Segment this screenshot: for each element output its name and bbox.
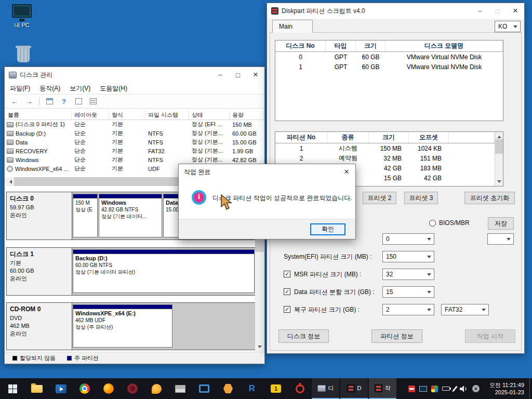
- forward-icon[interactable]: [24, 97, 34, 106]
- help-icon[interactable]: [59, 97, 69, 106]
- taskbar-window-task-complete[interactable]: 작: [369, 378, 396, 399]
- eject-tray-icon[interactable]: [472, 385, 480, 392]
- target-disk-select[interactable]: 0: [382, 233, 434, 245]
- save-button[interactable]: 저장: [488, 217, 514, 230]
- msr-checkbox[interactable]: [284, 271, 290, 277]
- dialog-titlebar[interactable]: 작업 완료: [179, 164, 355, 180]
- taskbar-honeyview[interactable]: [216, 378, 240, 399]
- language-select[interactable]: KO: [495, 21, 521, 32]
- dialog-body: i 디스크 파티션 작업이 성공적으로 완료되었습니다.: [179, 180, 355, 220]
- colors-tray-icon[interactable]: [431, 385, 438, 392]
- recovery-size-select[interactable]: 2: [382, 304, 434, 315]
- ok-button[interactable]: 확인: [310, 223, 345, 235]
- scroll-up-icon[interactable]: [495, 132, 503, 139]
- taskbar-package-app[interactable]: [168, 378, 192, 399]
- radio-bios-mbr[interactable]: BIOS/MBR: [429, 218, 470, 228]
- preset-2-button[interactable]: 프리셋 2: [363, 192, 396, 204]
- list-view-icon[interactable]: [90, 98, 97, 104]
- desktop-icon-my-pc[interactable]: 내 PC: [7, 4, 36, 29]
- disk-label[interactable]: 디스크 0 59.97 GB 온라인: [7, 192, 72, 240]
- efi-size-select[interactable]: 150: [382, 251, 434, 262]
- partition-efi[interactable]: 150 M 정상 (E: [73, 194, 98, 237]
- titlebar[interactable]: 디스크 관리: [5, 67, 264, 83]
- volume-tray-icon[interactable]: [460, 385, 468, 392]
- column-header[interactable]: 볼륨: [5, 110, 72, 119]
- volume-row[interactable]: (디스크 0 파티션 1) 단순 기본 정상 (EFI ... 150 MB: [5, 120, 264, 129]
- scroll-down-icon[interactable]: [255, 343, 264, 352]
- volume-row[interactable]: Backup (D:) 단순 기본 NTFS 정상 (기본... 60.00 G…: [5, 129, 264, 138]
- column-header[interactable]: 파일 시스템: [145, 110, 189, 119]
- secondary-select[interactable]: [487, 233, 514, 245]
- partition-backup[interactable]: Backup (D:) 60.00 GB NTFS 정상 (기본 데이터 파티션…: [73, 249, 255, 293]
- recovery-fs-select[interactable]: FAT32: [441, 304, 489, 315]
- volume-capacity: 1.99 GB: [230, 148, 264, 154]
- minimize-button[interactable]: [211, 67, 229, 83]
- start-button[interactable]: [0, 378, 25, 399]
- display-tray-icon[interactable]: [419, 386, 427, 392]
- disk-label[interactable]: 디스크 1 기본 60.00 GB 온라인: [7, 248, 72, 295]
- partition-table-row[interactable]: 2 예약됨 32 MB 151 MB: [275, 153, 495, 163]
- partition-info-button[interactable]: 파티션 정보: [371, 329, 422, 343]
- menu-action[interactable]: 동작(A): [39, 84, 60, 93]
- close-button[interactable]: [247, 67, 264, 83]
- scroll-left-icon[interactable]: [5, 177, 14, 186]
- column-header[interactable]: 상태: [189, 110, 230, 119]
- taskbar-window-diskpart[interactable]: D: [340, 378, 368, 399]
- taskbar-browser[interactable]: [121, 378, 144, 399]
- minimize-button[interactable]: [471, 3, 489, 19]
- taskbar-r-app[interactable]: R: [240, 378, 264, 399]
- taskbar-archiver[interactable]: 1: [264, 378, 288, 399]
- disk-table-row[interactable]: 1 GPT 60 GB VMware Virtual NVMe Disk: [275, 62, 503, 72]
- taskbar-remote-app[interactable]: [192, 378, 216, 399]
- volume-row[interactable]: Data 단순 기본 NTFS 정상 (기본... 15.00 GB: [5, 138, 264, 147]
- volume-layout: 단순: [72, 156, 109, 164]
- desktop-icon-recycle-bin[interactable]: [9, 48, 38, 62]
- column-header[interactable]: 용량: [230, 110, 264, 119]
- close-button[interactable]: [507, 3, 524, 19]
- taskbar-search-app[interactable]: [144, 378, 168, 399]
- pen-tray-icon[interactable]: [452, 385, 458, 392]
- properties-icon[interactable]: [75, 98, 82, 104]
- disk-info-button[interactable]: 디스크 정보: [278, 329, 329, 343]
- disk-table-header: 디스크 No 타입 크기 디스크 모델명: [275, 41, 503, 52]
- back-icon[interactable]: [10, 97, 19, 106]
- taskbar-firefox[interactable]: [97, 378, 121, 399]
- menu-file[interactable]: 파일(F): [10, 84, 30, 93]
- language-value: KO: [498, 23, 507, 30]
- data-size-select[interactable]: 15: [382, 286, 434, 298]
- battery-tray-icon[interactable]: [442, 387, 450, 391]
- disk-table-row[interactable]: 0 GPT 60 GB VMware Virtual NVMe Disk: [275, 52, 503, 62]
- menu-help[interactable]: 도움말(H): [100, 84, 127, 93]
- recovery-checkbox[interactable]: [284, 306, 290, 313]
- msr-size-select[interactable]: 32: [382, 269, 434, 280]
- close-icon[interactable]: [338, 164, 355, 180]
- maximize-button[interactable]: [229, 67, 247, 83]
- titlebar[interactable]: Diskpart 파티션 스크립트 v4.0: [267, 3, 524, 19]
- partition-color-bar: [99, 194, 162, 198]
- volume-row[interactable]: RECOVERY 단순 기본 FAT32 정상 (기본... 1.99 GB: [5, 147, 264, 155]
- taskbar-file-explorer[interactable]: [25, 378, 49, 399]
- scrollbar-thumb[interactable]: [495, 139, 503, 154]
- partition-cdrom[interactable]: WindowsXPE_x64 (E:) 462 MB UDF 정상 (주 파티션…: [73, 304, 172, 348]
- taskbar-power-app[interactable]: [288, 378, 312, 399]
- partition-table-scrollbar[interactable]: [495, 132, 503, 186]
- volume-row[interactable]: Windows 단순 기본 NTFS 정상 (기본... 42.82 GB: [5, 155, 264, 164]
- tab-main[interactable]: Main: [272, 20, 313, 33]
- scroll-down-icon[interactable]: [495, 179, 503, 186]
- preset-3-button[interactable]: 프리셋 3: [404, 192, 438, 204]
- taskbar-media-app[interactable]: [49, 378, 73, 399]
- partition-table-row[interactable]: 1 시스템 150 MB 1024 KB: [275, 143, 495, 153]
- show-desktop-button[interactable]: [529, 378, 532, 399]
- taskbar-window-disk-management[interactable]: 디: [312, 378, 339, 399]
- taskbar-chrome[interactable]: [73, 378, 97, 399]
- window-icon[interactable]: [46, 98, 53, 104]
- taskbar-clock[interactable]: 오전 11:21:49 2025-01-23: [480, 381, 529, 396]
- activity-tray-icon[interactable]: [408, 385, 415, 392]
- partition-windows[interactable]: Windows 42.82 GB NTFS 정상 (기본 데이터...: [99, 194, 162, 237]
- data-checkbox[interactable]: [284, 288, 290, 295]
- column-header[interactable]: 레이아웃: [72, 110, 109, 119]
- preset-reset-button[interactable]: 프리셋 초기화: [464, 192, 515, 204]
- menu-view[interactable]: 보기(V): [70, 84, 90, 93]
- column-header[interactable]: 형식: [109, 110, 145, 119]
- disk-label[interactable]: CD-ROM 0 DVD 462 MB 온라인: [7, 303, 72, 350]
